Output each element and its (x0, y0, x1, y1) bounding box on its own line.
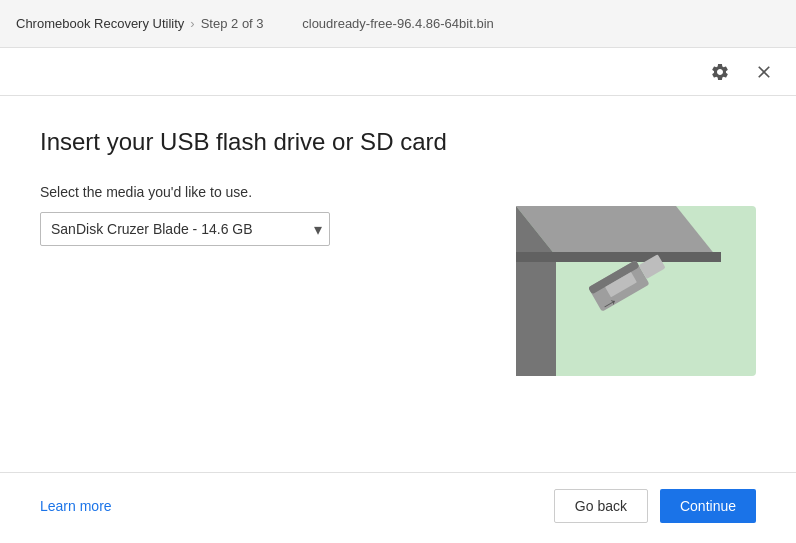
filename-label: cloudready-free-96.4.86-64bit.bin (302, 16, 494, 31)
close-button[interactable] (748, 56, 780, 88)
gear-icon (710, 62, 730, 82)
svg-rect-3 (516, 252, 721, 262)
continue-button[interactable]: Continue (660, 489, 756, 523)
main-content: Insert your USB flash drive or SD card S… (0, 96, 796, 472)
page-heading: Insert your USB flash drive or SD card (40, 128, 756, 156)
usb-illustration-svg: → (516, 206, 756, 376)
close-icon (754, 62, 774, 82)
toolbar (0, 48, 796, 96)
media-select-label: Select the media you'd like to use. (40, 184, 756, 200)
media-select[interactable]: SanDisk Cruzer Blade - 14.6 GB (40, 212, 330, 246)
footer-buttons: Go back Continue (554, 489, 756, 523)
breadcrumb: Chromebook Recovery Utility › Step 2 of … (16, 16, 264, 31)
media-select-wrapper: SanDisk Cruzer Blade - 14.6 GB ▾ (40, 212, 330, 246)
app-name: Chromebook Recovery Utility (16, 16, 184, 31)
settings-button[interactable] (704, 56, 736, 88)
title-bar: Chromebook Recovery Utility › Step 2 of … (0, 0, 796, 48)
footer: Learn more Go back Continue (0, 472, 796, 543)
breadcrumb-separator: › (190, 16, 194, 31)
learn-more-link[interactable]: Learn more (40, 498, 112, 514)
step-label: Step 2 of 3 (201, 16, 264, 31)
usb-illustration: → (516, 206, 756, 376)
go-back-button[interactable]: Go back (554, 489, 648, 523)
